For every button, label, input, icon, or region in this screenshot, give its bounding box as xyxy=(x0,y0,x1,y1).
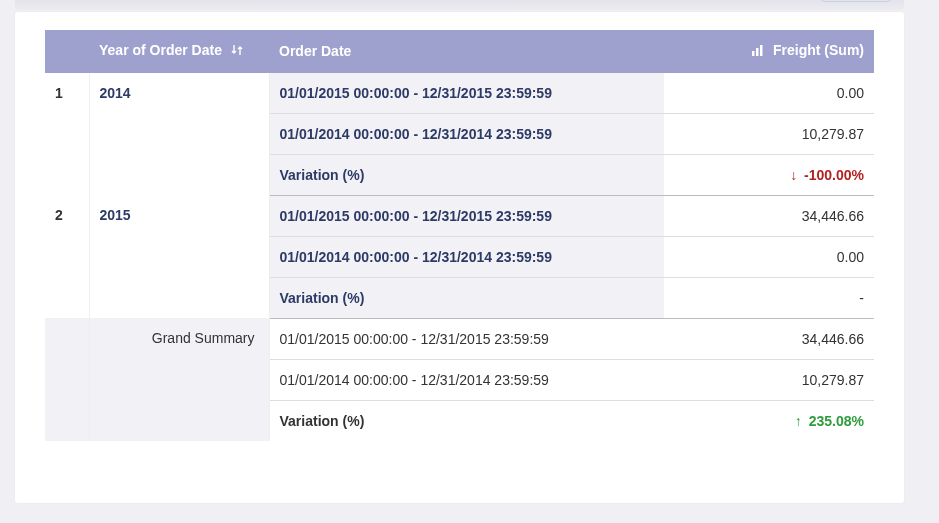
freight-value: 0.00 xyxy=(664,236,874,277)
col-order-header[interactable]: Order Date xyxy=(269,30,664,72)
variation-label: Variation (%) xyxy=(269,400,664,441)
table-row: 1201401/01/2015 00:00:00 - 12/31/2015 23… xyxy=(45,72,874,113)
table-row: 2201501/01/2015 00:00:00 - 12/31/2015 23… xyxy=(45,195,874,236)
order-range-cell: 01/01/2014 00:00:00 - 12/31/2014 23:59:5… xyxy=(269,359,664,400)
col-freight-header[interactable]: Freight (Sum) xyxy=(664,30,874,72)
top-toolbar-stub xyxy=(15,0,904,10)
report-table: Year of Order Date Order Date Freight (S… xyxy=(45,30,874,441)
freight-value: 0.00 xyxy=(664,72,874,113)
arrow-down-icon: -100.00% xyxy=(790,167,864,183)
order-range-cell: 01/01/2014 00:00:00 - 12/31/2014 23:59:5… xyxy=(269,236,664,277)
year-cell: 2014 xyxy=(89,72,269,195)
grand-summary-row: Grand Summary01/01/2015 00:00:00 - 12/31… xyxy=(45,318,874,359)
order-range-cell: 01/01/2015 00:00:00 - 12/31/2015 23:59:5… xyxy=(269,72,664,113)
order-range-cell: 01/01/2015 00:00:00 - 12/31/2015 23:59:5… xyxy=(269,195,664,236)
svg-rect-1 xyxy=(756,48,759,56)
row-index: 1 xyxy=(45,72,89,195)
variation-value: - xyxy=(664,277,874,318)
col-year-header[interactable]: Year of Order Date xyxy=(89,30,269,72)
col-index-header[interactable] xyxy=(45,30,89,72)
col-freight-label: Freight (Sum) xyxy=(773,42,864,58)
col-year-label: Year of Order Date xyxy=(99,42,222,58)
svg-rect-2 xyxy=(760,45,763,56)
freight-value: 34,446.66 xyxy=(664,195,874,236)
svg-rect-0 xyxy=(752,51,755,56)
arrow-up-icon: 235.08% xyxy=(795,413,864,429)
variation-text: - xyxy=(859,290,864,306)
grand-summary-label: Grand Summary xyxy=(89,318,269,441)
freight-value: 34,446.66 xyxy=(664,318,874,359)
variation-label: Variation (%) xyxy=(269,277,664,318)
freight-value: 10,279.87 xyxy=(664,359,874,400)
freight-value: 10,279.87 xyxy=(664,113,874,154)
summary-index xyxy=(45,318,89,441)
row-index: 2 xyxy=(45,195,89,318)
order-range-cell: 01/01/2014 00:00:00 - 12/31/2014 23:59:5… xyxy=(269,113,664,154)
order-range-cell: 01/01/2015 00:00:00 - 12/31/2015 23:59:5… xyxy=(269,318,664,359)
variation-value: 235.08% xyxy=(664,400,874,441)
col-order-label: Order Date xyxy=(279,43,351,59)
sort-icon[interactable] xyxy=(230,43,244,60)
year-cell: 2015 xyxy=(89,195,269,318)
bar-chart-icon xyxy=(751,43,765,60)
variation-value: -100.00% xyxy=(664,154,874,195)
variation-label: Variation (%) xyxy=(269,154,664,195)
top-toolbar-button-stub xyxy=(821,0,891,2)
report-card: Year of Order Date Order Date Freight (S… xyxy=(15,12,904,503)
